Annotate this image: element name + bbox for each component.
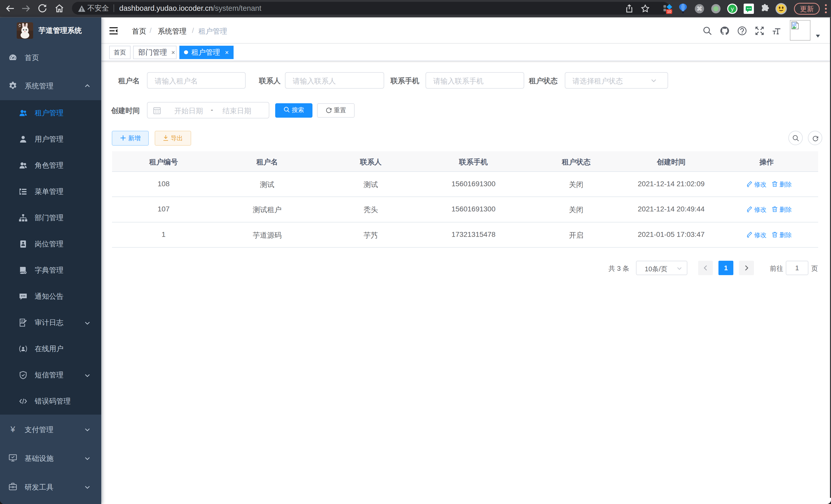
svg-text:y: y: [731, 6, 734, 12]
svg-text:¥: ¥: [10, 425, 15, 433]
svg-text:⌘: ⌘: [697, 6, 702, 12]
svg-text:10: 10: [667, 9, 671, 13]
